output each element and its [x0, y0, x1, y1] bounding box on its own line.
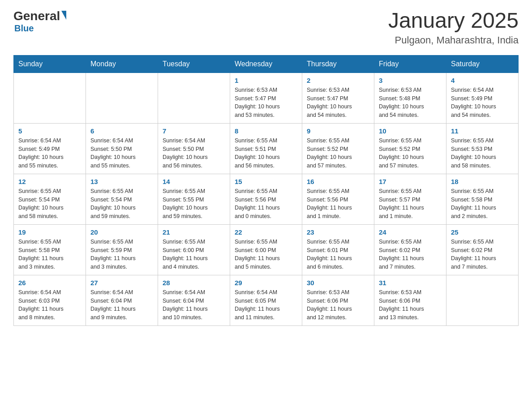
week-row-1: 1Sunrise: 6:53 AM Sunset: 5:47 PM Daylig… — [14, 73, 519, 123]
day-info: Sunrise: 6:55 AM Sunset: 5:54 PM Dayligh… — [18, 187, 81, 221]
calendar-cell: 22Sunrise: 6:55 AM Sunset: 6:00 PM Dayli… — [230, 224, 302, 275]
day-info: Sunrise: 6:55 AM Sunset: 5:51 PM Dayligh… — [235, 137, 297, 170]
month-title: January 2025 — [388, 9, 519, 33]
header-row: SundayMondayTuesdayWednesdayThursdayFrid… — [14, 55, 519, 73]
day-number: 27 — [90, 279, 153, 287]
calendar-cell: 12Sunrise: 6:55 AM Sunset: 5:54 PM Dayli… — [14, 174, 86, 224]
calendar-cell — [14, 73, 86, 123]
header-cell-saturday: Saturday — [446, 55, 519, 73]
day-info: Sunrise: 6:55 AM Sunset: 6:00 PM Dayligh… — [163, 238, 225, 271]
day-number: 30 — [307, 279, 369, 287]
calendar-cell: 19Sunrise: 6:55 AM Sunset: 5:58 PM Dayli… — [14, 224, 86, 275]
logo: General Blue — [13, 9, 66, 34]
day-number: 28 — [163, 279, 225, 287]
calendar-header: SundayMondayTuesdayWednesdayThursdayFrid… — [14, 55, 519, 73]
header-cell-wednesday: Wednesday — [230, 55, 302, 73]
logo-triangle-icon — [61, 11, 66, 20]
day-number: 16 — [307, 178, 369, 185]
title-block: January 2025 Pulgaon, Maharashtra, India — [388, 9, 519, 46]
day-info: Sunrise: 6:54 AM Sunset: 5:50 PM Dayligh… — [90, 137, 153, 170]
calendar-cell: 17Sunrise: 6:55 AM Sunset: 5:57 PM Dayli… — [374, 174, 446, 224]
day-info: Sunrise: 6:55 AM Sunset: 5:54 PM Dayligh… — [90, 187, 153, 221]
day-number: 18 — [451, 178, 514, 185]
day-number: 5 — [18, 127, 81, 135]
day-info: Sunrise: 6:54 AM Sunset: 5:49 PM Dayligh… — [18, 137, 81, 170]
day-number: 14 — [163, 178, 225, 185]
calendar-cell: 8Sunrise: 6:55 AM Sunset: 5:51 PM Daylig… — [230, 123, 302, 174]
day-number: 26 — [18, 279, 81, 287]
day-number: 25 — [451, 228, 514, 236]
day-number: 31 — [379, 279, 442, 287]
calendar-cell: 6Sunrise: 6:54 AM Sunset: 5:50 PM Daylig… — [86, 123, 158, 174]
calendar-cell — [446, 275, 519, 325]
header-cell-tuesday: Tuesday — [158, 55, 230, 73]
day-number: 11 — [451, 127, 514, 135]
day-number: 22 — [235, 228, 297, 236]
header-cell-thursday: Thursday — [302, 55, 374, 73]
day-info: Sunrise: 6:54 AM Sunset: 6:03 PM Dayligh… — [18, 288, 81, 322]
day-info: Sunrise: 6:55 AM Sunset: 6:02 PM Dayligh… — [379, 238, 442, 271]
day-info: Sunrise: 6:55 AM Sunset: 5:52 PM Dayligh… — [379, 137, 442, 170]
day-info: Sunrise: 6:55 AM Sunset: 5:56 PM Dayligh… — [307, 187, 369, 221]
calendar-cell: 24Sunrise: 6:55 AM Sunset: 6:02 PM Dayli… — [374, 224, 446, 275]
calendar-cell: 2Sunrise: 6:53 AM Sunset: 5:47 PM Daylig… — [302, 73, 374, 123]
day-number: 9 — [307, 127, 369, 135]
day-number: 10 — [379, 127, 442, 135]
calendar-cell: 13Sunrise: 6:55 AM Sunset: 5:54 PM Dayli… — [86, 174, 158, 224]
day-info: Sunrise: 6:55 AM Sunset: 5:56 PM Dayligh… — [235, 187, 297, 221]
calendar-table: SundayMondayTuesdayWednesdayThursdayFrid… — [13, 55, 519, 326]
day-info: Sunrise: 6:53 AM Sunset: 6:06 PM Dayligh… — [307, 288, 369, 322]
calendar-cell — [158, 73, 230, 123]
calendar-cell: 1Sunrise: 6:53 AM Sunset: 5:47 PM Daylig… — [230, 73, 302, 123]
calendar-cell: 16Sunrise: 6:55 AM Sunset: 5:56 PM Dayli… — [302, 174, 374, 224]
calendar-cell: 25Sunrise: 6:55 AM Sunset: 6:02 PM Dayli… — [446, 224, 519, 275]
calendar-cell: 30Sunrise: 6:53 AM Sunset: 6:06 PM Dayli… — [302, 275, 374, 325]
day-number: 2 — [307, 77, 369, 84]
location-title: Pulgaon, Maharashtra, India — [388, 34, 519, 46]
calendar-cell: 4Sunrise: 6:54 AM Sunset: 5:49 PM Daylig… — [446, 73, 519, 123]
day-info: Sunrise: 6:55 AM Sunset: 6:00 PM Dayligh… — [235, 238, 297, 271]
day-info: Sunrise: 6:55 AM Sunset: 6:02 PM Dayligh… — [451, 238, 514, 271]
day-number: 1 — [235, 77, 297, 84]
header-cell-friday: Friday — [374, 55, 446, 73]
calendar-cell: 5Sunrise: 6:54 AM Sunset: 5:49 PM Daylig… — [14, 123, 86, 174]
day-info: Sunrise: 6:54 AM Sunset: 6:04 PM Dayligh… — [90, 288, 153, 322]
day-number: 20 — [90, 228, 153, 236]
week-row-2: 5Sunrise: 6:54 AM Sunset: 5:49 PM Daylig… — [14, 123, 519, 174]
calendar-cell: 9Sunrise: 6:55 AM Sunset: 5:52 PM Daylig… — [302, 123, 374, 174]
logo-blue-text: Blue — [14, 23, 34, 33]
day-info: Sunrise: 6:54 AM Sunset: 6:05 PM Dayligh… — [235, 288, 297, 322]
day-info: Sunrise: 6:55 AM Sunset: 5:52 PM Dayligh… — [307, 137, 369, 170]
day-info: Sunrise: 6:53 AM Sunset: 5:48 PM Dayligh… — [379, 86, 442, 120]
calendar-cell: 14Sunrise: 6:55 AM Sunset: 5:55 PM Dayli… — [158, 174, 230, 224]
day-info: Sunrise: 6:55 AM Sunset: 5:57 PM Dayligh… — [379, 187, 442, 221]
day-info: Sunrise: 6:54 AM Sunset: 5:49 PM Dayligh… — [451, 86, 514, 120]
calendar-cell: 11Sunrise: 6:55 AM Sunset: 5:53 PM Dayli… — [446, 123, 519, 174]
calendar-cell: 21Sunrise: 6:55 AM Sunset: 6:00 PM Dayli… — [158, 224, 230, 275]
day-info: Sunrise: 6:55 AM Sunset: 5:58 PM Dayligh… — [18, 238, 81, 271]
calendar-cell: 3Sunrise: 6:53 AM Sunset: 5:48 PM Daylig… — [374, 73, 446, 123]
header-cell-sunday: Sunday — [14, 55, 86, 73]
day-number: 24 — [379, 228, 442, 236]
day-number: 13 — [90, 178, 153, 185]
calendar-cell: 10Sunrise: 6:55 AM Sunset: 5:52 PM Dayli… — [374, 123, 446, 174]
day-info: Sunrise: 6:55 AM Sunset: 5:53 PM Dayligh… — [451, 137, 514, 170]
day-number: 3 — [379, 77, 442, 84]
calendar-cell: 26Sunrise: 6:54 AM Sunset: 6:03 PM Dayli… — [14, 275, 86, 325]
calendar-cell: 20Sunrise: 6:55 AM Sunset: 5:59 PM Dayli… — [86, 224, 158, 275]
day-number: 7 — [163, 127, 225, 135]
day-number: 19 — [18, 228, 81, 236]
calendar-cell: 7Sunrise: 6:54 AM Sunset: 5:50 PM Daylig… — [158, 123, 230, 174]
calendar-cell: 27Sunrise: 6:54 AM Sunset: 6:04 PM Dayli… — [86, 275, 158, 325]
calendar-cell: 31Sunrise: 6:53 AM Sunset: 6:06 PM Dayli… — [374, 275, 446, 325]
header-cell-monday: Monday — [86, 55, 158, 73]
day-info: Sunrise: 6:53 AM Sunset: 6:06 PM Dayligh… — [379, 288, 442, 322]
day-info: Sunrise: 6:54 AM Sunset: 6:04 PM Dayligh… — [163, 288, 225, 322]
logo-general-text: General — [13, 9, 60, 23]
day-info: Sunrise: 6:55 AM Sunset: 5:59 PM Dayligh… — [90, 238, 153, 271]
day-number: 21 — [163, 228, 225, 236]
calendar-cell: 28Sunrise: 6:54 AM Sunset: 6:04 PM Dayli… — [158, 275, 230, 325]
day-info: Sunrise: 6:55 AM Sunset: 5:55 PM Dayligh… — [163, 187, 225, 221]
calendar-cell — [86, 73, 158, 123]
day-number: 4 — [451, 77, 514, 84]
